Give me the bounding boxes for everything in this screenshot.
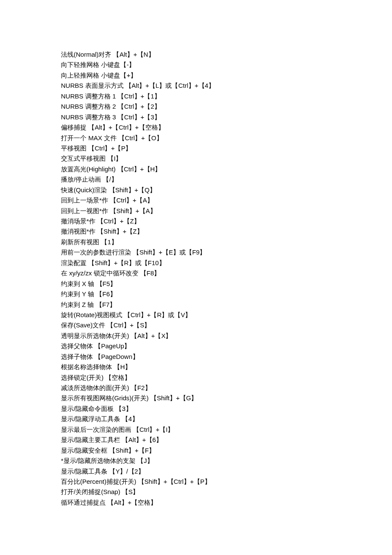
shortcut-item: 播放/停止动画 【/】 <box>61 174 392 185</box>
shortcut-item: 透明显示所选物体(开关) 【Alt】+【X】 <box>61 331 392 341</box>
shortcut-item: 显示/隐藏主要工具栏 【Alt】+【6】 <box>61 435 392 445</box>
shortcut-item: 撤消视图*作 【Shift】+【Z】 <box>61 226 392 237</box>
shortcut-item: 放置高光(Highlight) 【Ctrl】+【H】 <box>61 164 392 174</box>
shortcut-item: NURBS 调整方格 1 【Ctrl】+【1】 <box>61 91 392 101</box>
shortcut-item: 约束到 Z 轴 【F7】 <box>61 300 392 310</box>
shortcut-item: NURBS 调整方格 3 【Ctrl】+【3】 <box>61 112 392 122</box>
shortcut-item: 显示/隐藏安全框 【Shift】+【F】 <box>61 445 392 456</box>
shortcut-item: 选择锁定(开关) 【空格】 <box>61 373 392 383</box>
shortcut-item: 选择子物体 【PageDown】 <box>61 352 392 362</box>
shortcut-item: 减淡所选物体的面(开关) 【F2】 <box>61 383 392 393</box>
shortcut-item: 约束到 X 轴 【F5】 <box>61 279 392 289</box>
shortcut-item: 渲染配置 【Shift】+【R】或【F10】 <box>61 258 392 268</box>
shortcut-item: 打开一个 MAX 文件 【Ctrl】+【O】 <box>61 133 392 143</box>
shortcut-item: 保存(Save)文件 【Ctrl】+【S】 <box>61 320 392 330</box>
shortcut-item: 回到上一场景*作 【Ctrl】+【A】 <box>61 195 392 205</box>
shortcut-item: 显示/隐藏命令面板 【3】 <box>61 404 392 414</box>
shortcut-item: 在 xy/yz/zx 锁定中循环改变 【F8】 <box>61 268 392 278</box>
shortcut-item: *显示/隐藏所选物体的支架 【J】 <box>61 456 392 466</box>
shortcut-item: 百分比(Percent)捕捉(开关) 【Shift】+【Ctrl】+【P】 <box>61 477 392 487</box>
shortcut-item: 用前一次的参数进行渲染 【Shift】+【E】或【F9】 <box>61 247 392 257</box>
shortcut-item: 循环通过捕捉点 【Alt】+【空格】 <box>61 497 392 508</box>
shortcut-item: 选择父物体 【PageUp】 <box>61 341 392 351</box>
shortcut-item: 快速(Quick)渲染 【Shift】+【Q】 <box>61 185 392 195</box>
shortcut-item: 回到上一视图*作 【Shift】+【A】 <box>61 206 392 216</box>
shortcut-list: 法线(Normal)对齐 【Alt】+【N】 向下轻推网格 小键盘【-】 向上轻… <box>61 49 392 508</box>
shortcut-item: 根据名称选择物体 【H】 <box>61 362 392 372</box>
shortcut-item: 显示所有视图网格(Grids)(开关) 【Shift】+【G】 <box>61 393 392 403</box>
shortcut-item: 向下轻推网格 小键盘【-】 <box>61 60 392 70</box>
shortcut-item: 旋转(Rotate)视图模式 【Ctrl】+【R】或【V】 <box>61 310 392 320</box>
shortcut-item: 交互式平移视图 【I】 <box>61 153 392 164</box>
shortcut-item: NURBS 表面显示方式 【Alt】+【L】或【Ctrl】+【4】 <box>61 81 392 91</box>
shortcut-item: NURBS 调整方格 2 【Ctrl】+【2】 <box>61 101 392 112</box>
shortcut-item: 撤消场景*作 【Ctrl】+【Z】 <box>61 216 392 226</box>
shortcut-item: 法线(Normal)对齐 【Alt】+【N】 <box>61 49 392 60</box>
shortcut-item: 显示最后一次渲染的图画 【Ctrl】+【I】 <box>61 425 392 435</box>
shortcut-item: 平移视图 【Ctrl】+【P】 <box>61 143 392 153</box>
shortcut-item: 向上轻推网格 小键盘【+】 <box>61 70 392 81</box>
shortcut-item: 打开/关闭捕捉(Snap) 【S】 <box>61 487 392 497</box>
shortcut-item: 刷新所有视图 【1】 <box>61 237 392 247</box>
shortcut-item: 约束到 Y 轴 【F6】 <box>61 289 392 299</box>
shortcut-item: 显示/隐藏工具条 【Y】/【2】 <box>61 466 392 477</box>
shortcut-item: 显示/隐藏浮动工具条 【4】 <box>61 414 392 424</box>
shortcut-item: 偏移捕捉 【Alt】+【Ctrl】+【空格】 <box>61 122 392 133</box>
